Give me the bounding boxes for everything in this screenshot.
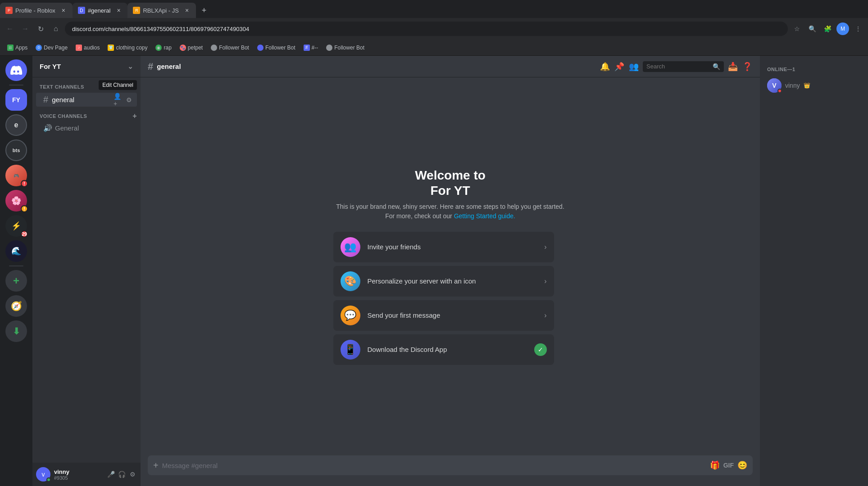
header-right: 🔔 📌 👥 🔍 📥 ❓ [600,61,753,72]
action-cards: 👥 Invite your friends › 🎨 Personalize yo… [333,232,554,365]
server-icon-e[interactable]: e [5,114,27,136]
tab-close-3[interactable]: × [183,7,191,14]
tab-favicon-1: P [5,7,13,14]
online-header: Online—1 [763,63,864,76]
add-member-to-channel-button[interactable]: 👤+ [114,95,123,104]
bookmark-follower-bot-3-icon [326,45,332,51]
bookmark-follower-bot-2[interactable]: Follower Bot [254,43,299,53]
bookmark-petpet-label: petpet [188,45,203,51]
tab-title-1: Profile - Roblox [15,7,55,14]
gift-icon[interactable]: 🎁 [710,460,720,470]
download-app-icon: 📱 [341,340,360,360]
invite-chevron-icon: › [544,243,546,251]
emoji-icon[interactable]: 😊 [737,460,747,470]
tab-close-2[interactable]: × [115,7,122,14]
add-voice-channel-button[interactable]: + [132,112,137,120]
bookmark-hash-label: #-- [312,45,318,51]
back-button[interactable]: ← [4,22,16,35]
zoom-button[interactable]: 🔍 [806,22,818,35]
search-input[interactable] [646,63,711,70]
notification-bell-icon[interactable]: 🔔 [600,61,610,72]
action-card-invite[interactable]: 👥 Invite your friends › [333,232,554,262]
vinny-name: vinny [785,82,800,89]
voice-channels-header[interactable]: Voice Channels + [32,110,141,122]
voice-channels-section: Voice Channels + 🔊 General [32,110,141,134]
deafen-button[interactable]: 🎧 [117,470,126,479]
message-input[interactable] [162,457,706,474]
voice-channel-icon: 🔊 [43,124,52,132]
server-icon-colorful1[interactable]: 🎮 ! [5,165,27,186]
bookmark-rap-icon: ◉ [155,45,162,51]
online-member-vinny[interactable]: V vinny 👑 [763,76,864,95]
action-card-download[interactable]: 📱 Download the Discord App ✓ [333,334,554,365]
server-icon-discord-home[interactable] [5,59,27,81]
explore-public-servers-button[interactable]: 🧭 [5,295,27,317]
forward-button[interactable]: → [19,22,32,35]
bookmark-devpage[interactable]: D Dev Page [32,43,71,53]
mute-button[interactable]: 🎤 [106,470,115,479]
channel-item-general[interactable]: # general 👤+ ⚙ Edit Channel [36,93,137,107]
inbox-icon[interactable]: 📥 [727,61,738,72]
server-sidebar: FY e bts 🎮 ! 🌸 ! ⚡ 29 🌊 + 🧭 [0,56,32,486]
bookmark-petpet[interactable]: 🐾 petpet [176,43,206,53]
bookmark-apps[interactable]: ⊞ Apps [4,43,31,53]
notification-badge-3: 29 [21,230,28,238]
tab-title-2: #general [88,7,111,14]
server-icon-fy[interactable]: FY [5,89,27,111]
edit-channel-button[interactable]: ⚙ [124,95,133,104]
pin-messages-icon[interactable]: 📌 [614,61,625,72]
bookmark-rap[interactable]: ◉ rap [152,43,175,53]
user-avatar: v [36,467,50,482]
server-header[interactable]: For YT ⌄ [32,56,141,77]
channel-list: Text Channels + # general 👤+ ⚙ Edit Chan… [32,77,141,463]
bookmark-audios[interactable]: ♪ audios [72,43,103,53]
profile-button[interactable]: M [836,22,849,35]
search-bar[interactable]: 🔍 [643,61,724,72]
bookmark-hash[interactable]: # #-- [300,43,322,53]
tab-rblxapi[interactable]: R RBLXApi - JS × [127,3,195,18]
bookmark-clothing[interactable]: 👕 clothing copy [104,43,151,53]
download-apps-button[interactable]: ⬇ [5,320,27,342]
message-input-box: + 🎁 GIF 😊 [148,455,753,475]
server-icon-colorful4[interactable]: 🌊 [5,240,27,262]
bookmark-rap-label: rap [164,45,171,51]
bookmark-star[interactable]: ☆ [791,22,803,35]
channel-item-general-voice[interactable]: 🔊 General [36,122,137,134]
tab-bar: P Profile - Roblox × D #general × R RBLX… [0,0,868,18]
new-tab-button[interactable]: + [198,4,210,17]
server-icon-colorful3[interactable]: ⚡ 29 [5,215,27,237]
members-list-icon[interactable]: 👥 [628,61,639,72]
tab-close-1[interactable]: × [60,7,67,14]
menu-button[interactable]: ⋮ [852,22,864,35]
add-server-button[interactable]: + [5,270,27,292]
message-area: Welcome to For YT This is your brand new… [141,77,760,455]
getting-started-link[interactable]: Getting Started guide. [454,212,515,220]
bookmark-follower-bot-3-label: Follower Bot [334,45,364,51]
server-e-label: e [14,121,18,129]
bookmark-apps-icon: ⊞ [7,45,14,51]
server-header-chevron: ⌄ [127,63,133,71]
tab-profile-roblox[interactable]: P Profile - Roblox × [0,3,73,18]
tab-general[interactable]: D #general × [73,3,128,18]
server-icon-bts[interactable]: bts [5,140,27,161]
reload-button[interactable]: ↻ [34,22,47,35]
bookmark-follower-bot-1[interactable]: Follower Bot [207,43,253,53]
text-channels-section: Text Channels + # general 👤+ ⚙ Edit Chan… [32,81,141,107]
add-file-icon[interactable]: + [153,460,159,471]
address-input[interactable] [65,22,788,36]
bookmarks-bar: ⊞ Apps D Dev Page ♪ audios 👕 clothing co… [0,40,868,56]
user-settings-button[interactable]: ⚙ [128,470,137,479]
invite-friends-label: Invite your friends [368,243,537,251]
home-button[interactable]: ⌂ [50,22,62,35]
action-card-personalize[interactable]: 🎨 Personalize your server with an icon › [333,266,554,297]
bookmark-devpage-label: Dev Page [44,45,68,51]
user-avatar-text: v [42,471,45,478]
help-icon[interactable]: ❓ [742,61,753,72]
gif-icon[interactable]: GIF [723,462,734,469]
bookmark-follower-bot-3[interactable]: Follower Bot [323,43,368,53]
action-card-message[interactable]: 💬 Send your first message › [333,300,554,331]
server-icon-colorful2[interactable]: 🌸 ! [5,190,27,212]
extensions-button[interactable]: 🧩 [821,22,834,35]
bookmark-audios-label: audios [84,45,100,51]
server-name: For YT [40,63,61,70]
